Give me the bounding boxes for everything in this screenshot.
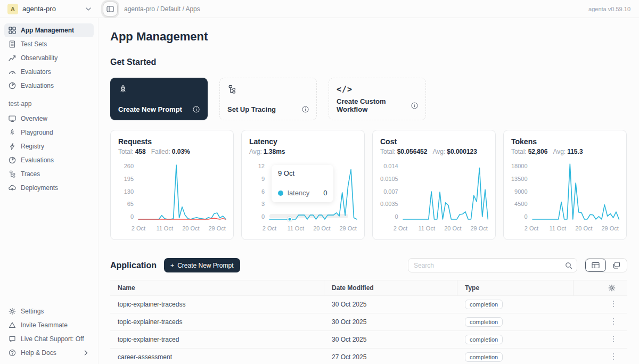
workspace-selector[interactable]: A agenta-pro — [0, 4, 99, 14]
type-badge: completion — [465, 300, 503, 309]
x-axis: 2 Oct11 Oct20 Oct29 Oct — [400, 223, 488, 233]
rocket-icon — [118, 85, 200, 94]
card-view-button[interactable] — [606, 259, 627, 272]
table-row[interactable]: topic-explainer-tracedss30 Oct 2025compl… — [110, 296, 627, 313]
card-label: Set Up Tracing — [227, 105, 276, 113]
x-tick: 2 Oct — [525, 225, 538, 231]
y-tick: 13500 — [511, 176, 528, 182]
y-tick: 0.007 — [383, 188, 398, 195]
charts-row: RequestsTotal:458Failed:0.03%26019513065… — [110, 130, 627, 240]
y-tick: 4500 — [514, 201, 527, 207]
sidebar-toggle-button[interactable] — [103, 2, 118, 16]
kebab-menu-icon[interactable] — [612, 353, 615, 362]
rocket-icon — [9, 129, 16, 136]
sidebar-main-nav: App ManagementTest SetsObservabilityEval… — [4, 23, 94, 93]
row-actions[interactable] — [574, 318, 627, 327]
x-tick: 2 Oct — [132, 225, 145, 231]
sidebar-item-label: App Management — [21, 27, 89, 34]
chart-plot: 9 Octlatency0 — [269, 163, 357, 220]
gear-icon[interactable] — [608, 284, 616, 292]
table-row[interactable]: career-assessment27 Oct 2025completion — [110, 349, 627, 364]
kebab-menu-icon[interactable] — [612, 300, 615, 309]
cell-type: completion — [457, 352, 574, 362]
sidebar-item-deployments[interactable]: Deployments — [4, 181, 94, 195]
sidebar-item-invite-teammate[interactable]: Invite Teammate — [4, 318, 94, 332]
y-axis: 260195130650 — [118, 163, 138, 220]
chart-stat: Avg:1.38ms — [249, 148, 285, 155]
panel-icon — [106, 5, 114, 13]
sidebar-item-help-docs[interactable]: Help & Docs — [4, 346, 94, 360]
x-tick: 29 Oct — [470, 225, 487, 231]
row-actions[interactable] — [574, 300, 627, 309]
sidebar-item-label: Evaluators — [21, 68, 89, 76]
application-heading: Application — [110, 261, 157, 270]
sidebar-item-settings[interactable]: Settings — [4, 304, 94, 318]
type-badge: completion — [465, 352, 503, 362]
topbar: A agenta-pro agenta-pro / Default / Apps… — [0, 0, 639, 18]
chevron-right-icon — [82, 350, 89, 355]
view-switcher — [585, 258, 627, 272]
chat-icon — [9, 335, 16, 343]
y-tick: 18000 — [511, 163, 528, 169]
sidebar-item-evaluations[interactable]: Evaluations — [4, 79, 94, 93]
search-icon[interactable] — [565, 262, 572, 269]
table-header-row: NameDate ModifiedType — [110, 280, 627, 296]
table-row[interactable]: topic-explainer-traced30 Oct 2025complet… — [110, 331, 627, 349]
create-new-prompt-button[interactable]: + Create New Prompt — [164, 258, 240, 272]
chart-card-requests: RequestsTotal:458Failed:0.03%26019513065… — [110, 130, 234, 240]
x-tick: 11 Oct — [287, 225, 304, 231]
kebab-menu-icon[interactable] — [612, 318, 615, 327]
kebab-menu-icon[interactable] — [612, 335, 615, 344]
sidebar-item-label: Overview — [21, 115, 89, 122]
series-tokens — [532, 164, 619, 219]
cell-date-modified: 30 Oct 2025 — [324, 301, 457, 308]
y-tick: 130 — [124, 188, 134, 195]
chart-card-cost: CostTotal:$0.056452Avg:$0.0001230.0140.0… — [372, 130, 496, 240]
cell-type: completion — [457, 300, 574, 309]
x-tick: 20 Oct — [313, 225, 330, 231]
create-new-prompt-card[interactable]: Create New Prompt — [110, 78, 208, 120]
cell-name: career-assessment — [110, 353, 324, 361]
cell-name: topic-explainer-traceds — [110, 318, 324, 326]
info-icon[interactable] — [193, 106, 200, 113]
chart-title: Requests — [118, 137, 226, 146]
create-custom-workflow-card[interactable]: </> Create Custom Workflow — [329, 78, 426, 120]
info-icon[interactable] — [302, 106, 309, 113]
sidebar-item-test-sets[interactable]: Test Sets — [4, 37, 94, 51]
y-tick: 195 — [124, 176, 134, 182]
cell-date-modified: 27 Oct 2025 — [324, 353, 457, 361]
sidebar-item-app-management[interactable]: App Management — [4, 23, 94, 37]
sidebar-item-traces[interactable]: Traces — [4, 167, 94, 181]
tooltip-value: 0 — [314, 189, 327, 197]
sidebar-item-playground[interactable]: Playground — [4, 126, 94, 139]
search-input[interactable] — [414, 262, 565, 269]
x-tick: 29 Oct — [208, 225, 225, 231]
y-axis: 1800013500900045000 — [511, 163, 532, 220]
sidebar-item-overview[interactable]: Overview — [4, 112, 94, 126]
sidebar-app-nav: OverviewPlaygroundRegistryEvaluationsTra… — [4, 112, 94, 195]
y-tick: 65 — [127, 201, 134, 207]
chart-stat: Total:$0.056452 — [380, 148, 427, 155]
info-icon[interactable] — [411, 102, 418, 109]
legend-dot — [278, 191, 283, 196]
set-up-tracing-card[interactable]: Set Up Tracing — [219, 78, 317, 120]
y-tick: 0 — [130, 213, 134, 220]
y-tick: 0 — [261, 213, 265, 220]
sidebar-item-registry[interactable]: Registry — [4, 139, 94, 153]
chart-stats: Total:52,806Avg:115.3 — [511, 148, 619, 155]
sidebar-item-live-chat-support-off[interactable]: Live Chat Support: Off — [4, 332, 94, 346]
x-tick: 20 Oct — [444, 225, 461, 231]
tooltip-series-name: latency — [288, 189, 309, 197]
x-axis: 2 Oct11 Oct20 Oct29 Oct — [269, 223, 357, 233]
sidebar-item-evaluations[interactable]: Evaluations — [4, 153, 94, 167]
table-view-button[interactable] — [585, 259, 606, 272]
sidebar: App ManagementTest SetsObservabilityEval… — [0, 18, 99, 364]
x-tick: 11 Oct — [418, 225, 435, 231]
sidebar-item-evaluators[interactable]: Evaluators — [4, 65, 94, 79]
table-row[interactable]: topic-explainer-traceds30 Oct 2025comple… — [110, 313, 627, 331]
main-content: App Management Get Started Create New Pr… — [99, 18, 639, 364]
tree-icon — [227, 85, 309, 94]
row-actions[interactable] — [574, 335, 627, 344]
sidebar-item-observability[interactable]: Observability — [4, 51, 94, 65]
row-actions[interactable] — [574, 353, 627, 362]
